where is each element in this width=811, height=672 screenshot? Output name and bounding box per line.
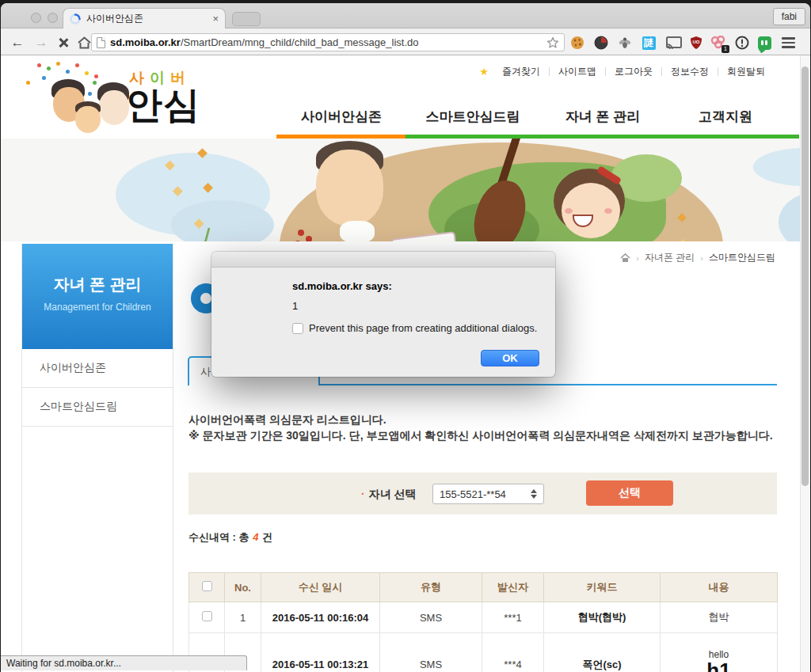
extension-chat[interactable] xyxy=(756,35,772,51)
prevent-dialogs-label: Prevent this page from creating addition… xyxy=(309,322,537,334)
prevent-dialogs-checkbox[interactable] xyxy=(292,323,303,334)
child-select-dropdown[interactable]: 155-5521-**54 xyxy=(432,484,544,504)
home-icon[interactable] xyxy=(620,253,630,263)
stop-button[interactable] xyxy=(55,34,72,51)
table-row: 2 2016-05-11 00:13:21 SMS ***4 폭언(sc) he… xyxy=(189,633,778,672)
bookmark-star-icon[interactable] xyxy=(546,36,559,49)
sidebar-title: 자녀 폰 관리 xyxy=(22,244,173,295)
breadcrumb-current: 스마트안심드림 xyxy=(709,251,775,264)
fly-icon xyxy=(618,36,632,50)
confetti-decoration xyxy=(37,63,41,67)
cookie-icon xyxy=(570,36,584,50)
extension-ublock[interactable]: UO xyxy=(688,35,704,51)
cell-keyword: 협박(협박) xyxy=(544,602,661,633)
nav-item-cyber-anshim-zone[interactable]: 사이버안심존 xyxy=(278,103,405,130)
sidebar-header: 자녀 폰 관리 Management for Children xyxy=(22,244,173,349)
cell-datetime: 2016-05-11 00:13:21 xyxy=(261,633,380,672)
header-no: No. xyxy=(225,573,261,602)
sidebar-item-smart-anshim-dream[interactable]: 스마트안심드림 xyxy=(22,388,173,427)
minimize-window-button[interactable] xyxy=(48,13,58,23)
scrollbar-track[interactable] xyxy=(800,55,810,672)
ok-button[interactable]: OK xyxy=(481,350,539,366)
extension-cast[interactable] xyxy=(666,35,682,51)
header-sender: 발신자 xyxy=(482,573,544,602)
row-checkbox[interactable] xyxy=(202,611,212,621)
extension-fly[interactable] xyxy=(617,35,633,51)
confetti-decoration xyxy=(26,81,30,85)
child-select-value: 155-5521-**54 xyxy=(440,488,531,500)
menu-button[interactable] xyxy=(780,35,796,51)
address-bar[interactable]: sd.moiba.or.kr/SmartDream/mng_child/chil… xyxy=(91,33,565,51)
new-tab-button[interactable] xyxy=(232,12,261,26)
url-text[interactable]: sd.moiba.or.kr/SmartDream/mng_child/chil… xyxy=(110,36,542,48)
extension-cookie[interactable] xyxy=(569,35,585,51)
breadcrumb: › 자녀폰 관리 › 스마트안심드림 xyxy=(620,251,775,264)
javascript-alert-dialog: sd.moiba.or.kr says: 1 Prevent this page… xyxy=(211,252,555,377)
dialog-checkbox-row: Prevent this page from creating addition… xyxy=(292,322,539,334)
page-icon xyxy=(97,37,105,48)
utility-link-logout[interactable]: 로그아웃 xyxy=(606,65,661,78)
nav-item-smart-anshim-dream[interactable]: 스마트안심드림 xyxy=(409,103,536,130)
url-host: sd.moiba.or.kr xyxy=(110,36,181,48)
tab-bar: 사이버안심존 × fabi xyxy=(1,3,810,28)
extension-info[interactable] xyxy=(734,35,750,51)
dialog-message: 1 xyxy=(292,300,539,312)
back-button[interactable]: ← xyxy=(9,34,26,51)
site-logo[interactable]: 사이버 안심존 xyxy=(23,59,205,133)
status-bar: Waiting for sd.moiba.or.kr... xyxy=(1,655,247,670)
tab-close-icon[interactable]: × xyxy=(212,13,219,25)
logo-figure xyxy=(75,106,101,133)
select-submit-button[interactable]: 선택 xyxy=(586,480,673,506)
close-window-button[interactable] xyxy=(31,13,41,23)
cell-sender: ***4 xyxy=(482,633,544,672)
cell-sender: ***1 xyxy=(482,602,544,633)
home-icon xyxy=(78,36,91,49)
profile-button[interactable]: fabi xyxy=(773,8,805,25)
message-table: No. 수신 일시 유형 발신자 키워드 내용 1 2016-05-11 00:… xyxy=(188,572,778,672)
dialog-title: sd.moiba.or.kr says: xyxy=(292,280,539,292)
breadcrumb-separator: › xyxy=(636,253,639,263)
browser-window: 사이버안심존 × fabi ← → sd.moiba.or.kr/SmartDr… xyxy=(1,3,810,672)
loading-spinner-icon xyxy=(70,13,81,25)
browser-tab[interactable]: 사이버안심존 × xyxy=(63,8,226,28)
utility-bar: ★ 즐겨찾기 사이트맵 로그아웃 정보수정 회원탈퇴 xyxy=(479,65,774,78)
url-path: /SmartDream/mng_child/child_bad_message_… xyxy=(181,36,419,48)
select-all-checkbox[interactable] xyxy=(202,581,212,591)
info-circle-icon xyxy=(735,36,749,50)
cell-type: SMS xyxy=(380,633,482,672)
utility-link-edit-info[interactable]: 정보수정 xyxy=(662,65,718,78)
sidebar-subtitle: Management for Children xyxy=(22,302,173,313)
cell-no: 1 xyxy=(225,602,261,633)
tab-title: 사이버안심존 xyxy=(86,12,207,25)
extension-kanji[interactable]: 謎 xyxy=(641,35,657,51)
header-checkbox-cell xyxy=(189,573,225,602)
nav-item-customer-support[interactable]: 고객지원 xyxy=(678,103,773,130)
extension-dark-sphere[interactable] xyxy=(593,35,609,51)
forward-button[interactable]: → xyxy=(32,34,50,51)
home-button[interactable] xyxy=(75,34,93,51)
sidebar-item-cyber-anshim-zone[interactable]: 사이버안심존 xyxy=(22,349,173,388)
list-description: 사이버언어폭력 의심문자 리스트입니다. ※ 문자보관 기간은 30일입니다. … xyxy=(188,412,778,443)
cell-keyword: 폭언(sc) xyxy=(544,633,661,672)
banner-illustration xyxy=(1,139,801,241)
received-count: 4 xyxy=(253,531,258,543)
extension-link-cluster[interactable]: 1 xyxy=(710,35,726,51)
select-stepper-icon xyxy=(531,489,537,499)
breadcrumb-item[interactable]: 자녀폰 관리 xyxy=(645,251,695,264)
nav-item-child-phone-management[interactable]: 자녀 폰 관리 xyxy=(547,103,658,130)
utility-link-withdraw[interactable]: 회원탈퇴 xyxy=(718,65,774,78)
description-line-2: ※ 문자보관 기간은 30일입니다. 단, 부모앱에서 확인하신 사이버언어폭력… xyxy=(188,427,778,443)
cell-content: 협박 xyxy=(661,602,778,633)
utility-link-favorites[interactable]: 즐겨찾기 xyxy=(493,65,549,78)
utility-link-sitemap[interactable]: 사이트맵 xyxy=(550,65,605,78)
cell-content: hello h1 xyxy=(661,633,778,672)
dialog-titlebar xyxy=(211,252,555,268)
header-content: 내용 xyxy=(661,573,778,602)
kanji-icon: 謎 xyxy=(642,36,656,50)
shield-text: UO xyxy=(693,40,700,44)
header-datetime: 수신 일시 xyxy=(261,573,380,602)
hamburger-icon xyxy=(782,37,795,48)
scrollbar-thumb[interactable] xyxy=(801,66,809,486)
required-dot: · xyxy=(361,488,365,500)
header-keyword: 키워드 xyxy=(544,573,661,602)
